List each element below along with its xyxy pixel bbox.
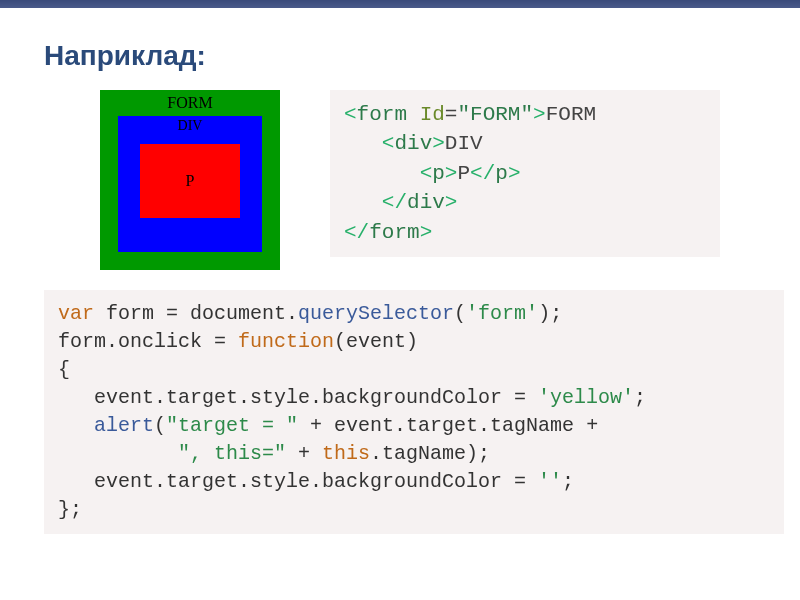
code-token: { <box>58 358 70 381</box>
slide-top-accent <box>0 0 800 8</box>
code-token: ( <box>154 414 166 437</box>
code-token: DIV <box>445 132 483 155</box>
code-token: form <box>369 221 419 244</box>
code-token: (event) <box>334 330 418 353</box>
code-token: div <box>407 191 445 214</box>
code-token: ); <box>538 302 562 325</box>
nested-p-demo: P <box>140 144 240 218</box>
code-token: > <box>432 132 445 155</box>
code-token: ; <box>634 386 646 409</box>
code-token: < <box>420 162 433 185</box>
code-token: function <box>238 330 334 353</box>
code-token: ", this=" <box>178 442 286 465</box>
code-token: </ <box>382 191 407 214</box>
code-token: form = document. <box>94 302 298 325</box>
code-token: 'form' <box>466 302 538 325</box>
code-token: p <box>495 162 508 185</box>
code-token <box>58 470 94 493</box>
code-token <box>58 386 94 409</box>
code-token: p <box>432 162 445 185</box>
code-token: P <box>457 162 470 185</box>
code-token <box>344 132 382 155</box>
code-token: > <box>420 221 433 244</box>
code-token: > <box>533 103 546 126</box>
demo-p-label: P <box>186 172 195 190</box>
code-token: </ <box>344 221 369 244</box>
code-token <box>344 191 382 214</box>
code-token <box>58 414 94 437</box>
code-token: var <box>58 302 94 325</box>
code-token: = <box>445 103 458 126</box>
slide-container: Наприклад: FORM DIV P <form Id="FORM">FO… <box>0 0 800 554</box>
code-token: </ <box>470 162 495 185</box>
demo-div-label: DIV <box>118 118 262 134</box>
code-token: this <box>322 442 370 465</box>
code-token: form <box>357 103 407 126</box>
code-token: '' <box>538 470 562 493</box>
code-token: ( <box>454 302 466 325</box>
code-token: > <box>508 162 521 185</box>
code-token: .tagName); <box>370 442 490 465</box>
code-token: event.target.style.backgroundColor = <box>94 470 538 493</box>
code-token: Id <box>407 103 445 126</box>
code-token: FORM <box>546 103 596 126</box>
code-token: event.target.style.backgroundColor = <box>94 386 538 409</box>
nested-div-demo: DIV P <box>118 116 262 252</box>
code-token: < <box>344 103 357 126</box>
nested-form-demo: FORM DIV P <box>100 90 280 270</box>
code-token: "FORM" <box>457 103 533 126</box>
js-code-block: var form = document.querySelector('form'… <box>44 290 784 534</box>
html-code-block: <form Id="FORM">FORM <div>DIV <p>P</p> <… <box>330 90 720 257</box>
code-token: ; <box>562 470 574 493</box>
code-token: div <box>394 132 432 155</box>
code-token: 'yellow' <box>538 386 634 409</box>
slide-title: Наприклад: <box>44 40 770 72</box>
code-token: > <box>445 191 458 214</box>
code-token: }; <box>58 498 82 521</box>
code-token: "target = " <box>166 414 298 437</box>
upper-row: FORM DIV P <form Id="FORM">FORM <div>DIV… <box>100 90 770 270</box>
code-token <box>344 162 420 185</box>
code-token: form.onclick = <box>58 330 238 353</box>
code-token: querySelector <box>298 302 454 325</box>
code-token <box>58 442 178 465</box>
code-token: > <box>445 162 458 185</box>
code-token: < <box>382 132 395 155</box>
code-token: alert <box>94 414 154 437</box>
demo-form-label: FORM <box>100 94 280 112</box>
code-token: + event.target.tagName + <box>298 414 598 437</box>
code-token: + <box>286 442 322 465</box>
